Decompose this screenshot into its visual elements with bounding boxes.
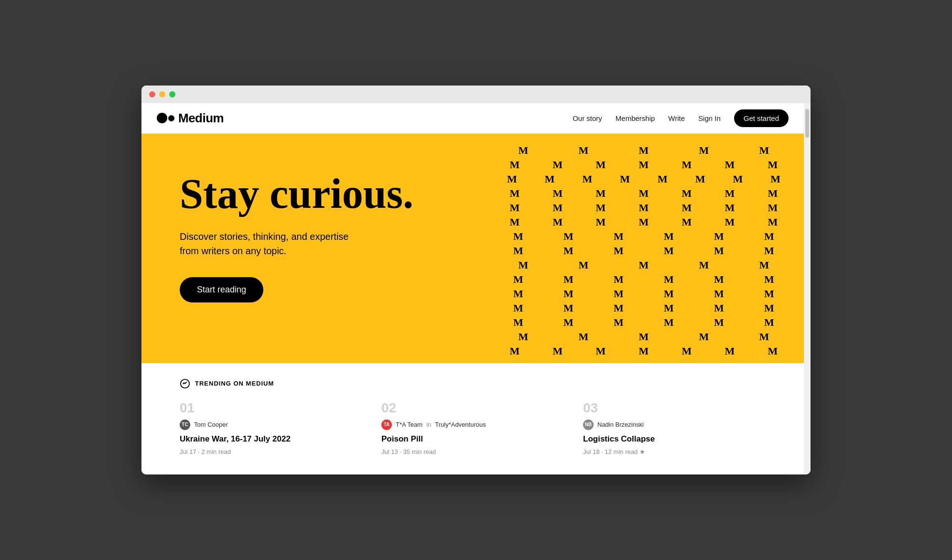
m-letter: M (762, 244, 776, 258)
m-letter: M (551, 215, 565, 229)
logo-circle-small (168, 115, 174, 121)
m-letter: M (762, 229, 776, 244)
m-letter: M (693, 172, 707, 186)
trending-number: 03 (583, 400, 775, 416)
m-letter: M (768, 172, 782, 186)
m-letter: M (712, 244, 726, 258)
m-row: MMMMMMM (493, 158, 794, 172)
browser-chrome (141, 86, 811, 103)
trending-grid: 01TCTom CooperUkraine War, 16-17 July 20… (180, 400, 775, 455)
m-row: MMMMMM (493, 315, 794, 330)
m-letter: M (712, 287, 726, 301)
m-letter: M (612, 272, 626, 287)
browser-window: Medium Our story Membership Write Sign I… (141, 86, 811, 474)
m-letter: M (766, 158, 780, 172)
m-letter: M (723, 201, 737, 215)
m-letter: M (680, 215, 694, 229)
m-letter: M (637, 258, 651, 272)
m-letter: M (712, 315, 726, 330)
nav-membership[interactable]: Membership (616, 114, 655, 122)
m-row: MMMMMM (493, 229, 794, 244)
m-letter: M (731, 172, 745, 186)
m-letter: M (766, 186, 780, 201)
m-letter: M (656, 172, 670, 186)
logo-circle-big (157, 113, 167, 123)
m-letter: M (762, 301, 776, 315)
trending-article-title[interactable]: Poison Pill (381, 434, 573, 444)
trending-author-row: NBNadin Brzezinski (583, 420, 775, 430)
nav-write[interactable]: Write (668, 114, 685, 122)
trending-article-title[interactable]: Ukraine War, 16-17 July 2022 (180, 434, 372, 444)
author-name: Tom Cooper (194, 421, 228, 428)
m-letter: M (508, 186, 522, 201)
author-avatar: TC (180, 420, 190, 430)
scrollbar-thumb[interactable] (805, 109, 809, 138)
traffic-light-yellow[interactable] (159, 91, 165, 97)
m-letter: M (594, 201, 608, 215)
get-started-button[interactable]: Get started (734, 109, 789, 127)
m-letter: M (508, 215, 522, 229)
trending-header: TRENDING ON MEDIUM (180, 378, 775, 389)
m-letter: M (562, 244, 575, 258)
m-letter: M (637, 186, 651, 201)
trending-meta: Jul 17 · 2 min read (180, 448, 372, 455)
m-row: MMMMM (493, 258, 794, 272)
m-letter: M (517, 143, 530, 158)
m-letter: M (580, 172, 594, 186)
m-letter: M (662, 287, 676, 301)
nav-our-story[interactable]: Our story (573, 114, 602, 122)
m-letter: M (680, 344, 694, 358)
m-letter: M (577, 330, 591, 344)
trending-article-title[interactable]: Logistics Collapse (583, 434, 775, 444)
m-letter: M (508, 344, 522, 358)
m-letter: M (680, 201, 694, 215)
m-letter: M (612, 287, 626, 301)
m-letter: M (612, 244, 626, 258)
m-letter: M (511, 315, 525, 330)
m-row: MMMMMMM (493, 186, 794, 201)
start-reading-button[interactable]: Start reading (180, 277, 263, 302)
m-row: MMMMMM (493, 287, 794, 301)
m-letter: M (517, 330, 530, 344)
m-letter: M (662, 229, 676, 244)
m-row: MMMMM (493, 330, 794, 344)
nav-sign-in[interactable]: Sign In (698, 114, 721, 122)
m-row: MMMMMMM (493, 215, 794, 229)
m-letter: M (637, 344, 651, 358)
m-letter: M (662, 272, 676, 287)
m-letter: M (766, 344, 780, 358)
m-letter: M (511, 229, 525, 244)
m-letter: M (562, 287, 575, 301)
navigation: Medium Our story Membership Write Sign I… (141, 103, 804, 134)
m-letter: M (511, 272, 525, 287)
traffic-light-green[interactable] (169, 91, 175, 97)
m-letter: M (757, 258, 771, 272)
m-row: MMMMMM (493, 244, 794, 258)
author-avatar: TA (381, 420, 392, 430)
m-letter: M (594, 186, 608, 201)
author-name: Nadin Brzezinski (597, 421, 644, 428)
m-letter: M (766, 201, 780, 215)
hero-subtitle: Discover stories, thinking, and expertis… (180, 229, 413, 258)
m-letter: M (637, 201, 651, 215)
m-letter: M (511, 244, 525, 258)
scrollbar[interactable] (804, 103, 811, 474)
m-letter: M (697, 143, 711, 158)
m-letter: M (637, 143, 651, 158)
m-letter: M (612, 229, 626, 244)
m-letter: M (618, 172, 632, 186)
logo[interactable]: Medium (157, 111, 224, 126)
m-letter: M (594, 215, 608, 229)
hero-section: Stay curious. Discover stories, thinking… (141, 134, 804, 363)
m-letter: M (697, 330, 711, 344)
logo-icon (157, 113, 174, 123)
m-letter: M (612, 301, 626, 315)
m-letter: M (594, 158, 608, 172)
m-letter: M (762, 287, 776, 301)
logo-text: Medium (178, 111, 224, 126)
traffic-light-red[interactable] (149, 91, 155, 97)
m-letter: M (712, 272, 726, 287)
m-letter: M (723, 186, 737, 201)
m-letter: M (612, 315, 626, 330)
author-publication[interactable]: Truly*Adventurous (435, 421, 486, 428)
